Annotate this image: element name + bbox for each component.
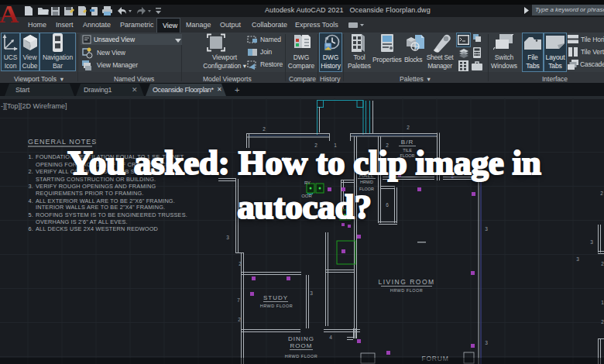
svg-text:A: A xyxy=(0,2,19,25)
svg-text:STUDY: STUDY xyxy=(263,294,288,301)
svg-text:2: 2 xyxy=(407,125,410,130)
svg-text:LIVING ROOM: LIVING ROOM xyxy=(378,278,434,286)
svg-text:HRWD FLOOR: HRWD FLOOR xyxy=(390,288,423,293)
svg-text:4: 4 xyxy=(329,335,332,340)
svg-text:3: 3 xyxy=(485,340,488,345)
svg-text:3: 3 xyxy=(590,239,593,245)
svg-text:2: 2 xyxy=(601,261,604,266)
svg-text:-][Top][2D Wireframe]: -][Top][2D Wireframe] xyxy=(1,102,67,110)
svg-text:2: 2 xyxy=(238,317,241,322)
svg-text:3: 3 xyxy=(226,235,229,240)
svg-text:7: 7 xyxy=(237,297,240,303)
svg-text:ROOM: ROOM xyxy=(290,342,313,349)
svg-text:HRWD FLOOR: HRWD FLOOR xyxy=(260,304,293,308)
svg-text:2: 2 xyxy=(601,319,604,325)
svg-text:2: 2 xyxy=(263,126,266,132)
svg-text:DINING: DINING xyxy=(288,335,314,342)
svg-text:3: 3 xyxy=(310,290,313,296)
svg-text:2: 2 xyxy=(239,261,242,266)
svg-text:1: 1 xyxy=(601,300,604,305)
svg-text:3: 3 xyxy=(576,256,579,262)
